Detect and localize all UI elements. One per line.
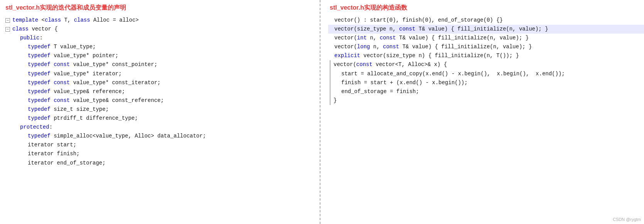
table-row: typedef const value_type* const_iterator… [4, 78, 320, 87]
table-row: protected: [4, 123, 320, 132]
table-row: vector(const vector<T, Alloc>& x) { [328, 60, 644, 69]
table-row: end_of_storage = finish; [328, 87, 644, 96]
table-row: vector() : start(0), finish(0), end_of_s… [328, 16, 644, 25]
vbar-icon [330, 87, 332, 96]
table-row: typedef value_type* iterator; [4, 70, 320, 78]
table-row: iterator end_of_storage; [4, 159, 320, 168]
collapse-icon[interactable]: − [5, 27, 10, 32]
vbar-icon [330, 78, 332, 87]
table-row: iterator start; [4, 141, 320, 149]
left-panel: stl_vector.h实现的迭代器和成员变量的声明 −template <cl… [0, 0, 320, 224]
table-row: −template <class T, class Alloc = alloc> [4, 16, 320, 25]
table-row: vector(int n, const T& value) { fill_ini… [328, 34, 644, 42]
table-row: typedef const value_type& const_referenc… [4, 96, 320, 105]
left-code: −template <class T, class Alloc = alloc>… [4, 16, 320, 168]
watermark: CSDN @rygtm [613, 217, 641, 222]
vbar-icon [330, 60, 332, 69]
vbar-icon [330, 96, 332, 105]
table-row: typedef value_type& reference; [4, 87, 320, 96]
line-gutter: − [5, 27, 12, 32]
table-row: typedef value_type* pointer; [4, 51, 320, 60]
table-row: typedef simple_alloc<value_type, Alloc> … [4, 132, 320, 141]
table-row: vector(long n, const T& value) { fill_in… [328, 42, 644, 51]
table-row: iterator finish; [4, 149, 320, 158]
right-code: vector() : start(0), finish(0), end_of_s… [328, 16, 644, 105]
table-row: explicit vector(size_type n) { fill_init… [328, 51, 644, 60]
table-row: typedef ptrdiff_t difference_type; [4, 114, 320, 123]
table-row: typedef const value_type* const_pointer; [4, 60, 320, 69]
right-panel: stl_vector.h实现的构造函数 vector() : start(0),… [320, 0, 644, 224]
left-title: stl_vector.h实现的迭代器和成员变量的声明 [4, 4, 320, 12]
table-row: typedef T value_type; [4, 42, 320, 51]
vbar-icon [330, 70, 332, 78]
right-title: stl_vector.h实现的构造函数 [328, 4, 644, 12]
table-row: −class vector { [4, 25, 320, 34]
table-row: typedef size_t size_type; [4, 105, 320, 114]
table-row: vector(size_type n, const T& value) { fi… [328, 25, 644, 34]
table-row: } [328, 96, 644, 105]
table-row: public: [4, 34, 320, 42]
line-gutter: − [5, 18, 12, 23]
table-row: start = allocate_and_copy(x.end() - x.be… [328, 70, 644, 78]
table-row: finish = start + (x.end() - x.begin()); [328, 78, 644, 87]
collapse-icon[interactable]: − [5, 18, 10, 23]
